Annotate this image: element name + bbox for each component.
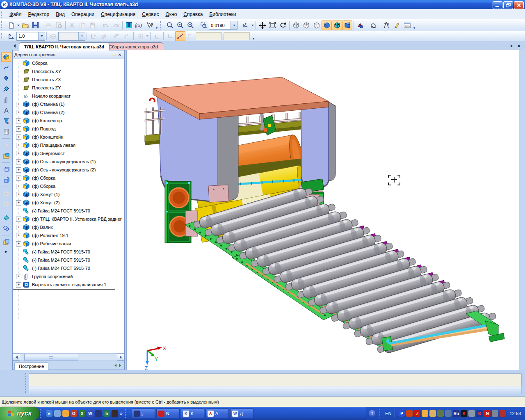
hidden-lines-mode-button[interactable]	[301, 21, 311, 30]
tree-expander[interactable]: +	[16, 217, 21, 222]
tray-collapse-button[interactable]: ▲▼	[369, 410, 375, 417]
cube-wireframe-icon[interactable]	[1, 164, 11, 174]
zoom-out-button[interactable]	[185, 21, 196, 30]
tree-item[interactable]: + (-) Гайка М24 ГОСТ 5915-70	[13, 264, 124, 272]
tab-scroll-right-button[interactable]	[509, 43, 514, 49]
menu-item[interactable]: Окно	[162, 10, 180, 18]
tree-item[interactable]: + (ф) Сборка	[13, 174, 124, 182]
scroll-right-button[interactable]	[117, 354, 124, 361]
hidden-lines-thin-mode-button[interactable]	[311, 21, 322, 30]
wireframe-mode-button[interactable]	[291, 21, 301, 30]
tree-expander[interactable]: +	[16, 200, 21, 205]
task-button[interactable]: K K	[181, 409, 204, 418]
orientation-button[interactable]	[240, 21, 251, 30]
panel-tab-next[interactable]	[119, 364, 121, 367]
task-button[interactable]: W Д	[230, 409, 253, 418]
tree-item[interactable]: + Плоскость ZX	[13, 75, 124, 84]
quick-launch-icon[interactable]: O	[71, 410, 77, 417]
panel-tab-prev[interactable]	[114, 364, 116, 367]
new-document-button[interactable]	[6, 21, 16, 30]
tray-icon[interactable]: Ø	[476, 410, 483, 417]
restore-button[interactable]	[503, 1, 513, 9]
tree-item[interactable]: + (ф) Подвод	[13, 125, 124, 133]
menu-item[interactable]: Спецификация	[98, 10, 139, 18]
quick-launch-icon[interactable]	[95, 410, 102, 417]
tree-expander[interactable]: +	[16, 143, 21, 148]
tree-item[interactable]: + (-) Гайка М24 ГОСТ 5915-70	[13, 207, 124, 215]
tree-expander[interactable]: +	[16, 241, 21, 247]
gears-icon[interactable]	[1, 224, 11, 233]
tree-item[interactable]: + (ф) Станина (1)	[13, 100, 124, 108]
pin-panel-button[interactable]: ⊓	[111, 52, 117, 57]
scrollbar-thumb[interactable]	[24, 354, 78, 361]
unroll-button[interactable]	[368, 21, 379, 30]
tree-item[interactable]: + (ф) Рольганг 19.1	[13, 231, 124, 240]
pin-arrow-tool-icon[interactable]	[1, 84, 11, 94]
toolbar-overflow-handle[interactable]: ▾	[251, 32, 256, 41]
quick-launch-icon[interactable]	[62, 410, 69, 417]
menu-item[interactable]: Операции	[68, 10, 98, 18]
rotate-button[interactable]	[278, 21, 288, 30]
tray-icon[interactable]	[468, 410, 475, 417]
quick-launch-icon[interactable]: e	[46, 410, 52, 417]
fit-all-button[interactable]	[267, 21, 278, 30]
zoom-scale-value[interactable]: 0.0190	[209, 23, 231, 28]
pan-button[interactable]	[257, 21, 267, 30]
current-scale-value[interactable]: 1.0	[17, 34, 38, 39]
tree-expander[interactable]: +	[16, 102, 21, 107]
variables-fx-button[interactable]: f(x)	[134, 21, 144, 30]
tree-expander[interactable]: +	[16, 167, 21, 173]
tree-item[interactable]: + (ф) Хомут (1)	[13, 190, 124, 199]
tab-construction[interactable]: Построение	[14, 362, 48, 370]
task-button[interactable]: N	[156, 409, 180, 418]
tray-icon[interactable]	[429, 410, 436, 417]
tree-expander[interactable]: +	[16, 151, 21, 156]
orientation-caret[interactable]	[251, 25, 254, 26]
quick-launch-icon[interactable]	[112, 410, 118, 417]
tree-item[interactable]: + (ф) Станина (2)	[13, 108, 124, 116]
tree-expander[interactable]: +	[16, 274, 21, 279]
tray-icon[interactable]: K	[461, 410, 467, 417]
menu-item[interactable]: Библиотеки	[206, 10, 239, 18]
report-sheet-icon[interactable]	[1, 127, 11, 137]
scroll-left-button[interactable]	[13, 354, 20, 361]
windows-copy-icon[interactable]	[1, 237, 11, 247]
tree-item[interactable]: + (ф) Рабочие валки	[13, 240, 124, 248]
tree-item[interactable]: + Вырезать элемент выдавливания:1	[13, 281, 115, 290]
zoom-window-button[interactable]	[165, 21, 175, 30]
tree-expander[interactable]: +	[16, 184, 21, 189]
tree-item[interactable]: + (ф) Ось - кожуходержатель (1)	[13, 158, 124, 166]
toolbar-grip[interactable]	[160, 21, 164, 29]
menu-item[interactable]: Справка	[180, 10, 206, 18]
tray-icon[interactable]: Z	[414, 410, 420, 417]
model-viewport[interactable]: X Y Z	[126, 50, 520, 370]
menu-item[interactable]: Вид	[52, 10, 68, 18]
properties-window-button[interactable]	[402, 21, 412, 30]
tree-expander[interactable]: +	[16, 126, 21, 132]
menu-item[interactable]: Сервис	[139, 10, 162, 18]
menu-item[interactable]: Редактор	[25, 10, 53, 18]
quick-launch-icon[interactable]: W	[87, 410, 94, 417]
close-panel-button[interactable]: ✕	[117, 52, 123, 57]
tree-expander[interactable]: +	[16, 159, 21, 164]
tray-icon[interactable]: Ru	[453, 410, 459, 417]
tray-icon[interactable]: N	[484, 410, 491, 417]
tree-item[interactable]: + Плоскость XY	[13, 67, 124, 75]
shaded-edges-mode-button-active[interactable]	[332, 21, 342, 30]
zoom-in-button[interactable]	[175, 21, 185, 30]
zoom-scale-combo[interactable]: 0.0190	[209, 21, 237, 30]
tree-item[interactable]: + (ф) Коллектор	[13, 116, 124, 125]
tray-icon[interactable]	[406, 410, 413, 417]
tree-expander[interactable]: +	[16, 192, 21, 197]
measure-compass-icon[interactable]	[1, 105, 11, 115]
close-button[interactable]	[514, 1, 524, 9]
zoom-area-button[interactable]	[199, 21, 209, 30]
tray-icon[interactable]	[445, 410, 452, 417]
tree-item[interactable]: + (ф) ТЛЦ. КВАРТО II. Установка РВД задн…	[13, 215, 124, 223]
tray-icon[interactable]	[422, 410, 428, 417]
task-button[interactable]: A A	[205, 409, 229, 418]
tree-item[interactable]: + (ф) Ось - кожуходержатель (2)	[13, 166, 124, 174]
toolbar-overflow-handle[interactable]: ▾	[155, 21, 159, 30]
perspective-mode-button-active[interactable]	[342, 21, 352, 30]
point-snap-button-active[interactable]	[175, 31, 185, 41]
